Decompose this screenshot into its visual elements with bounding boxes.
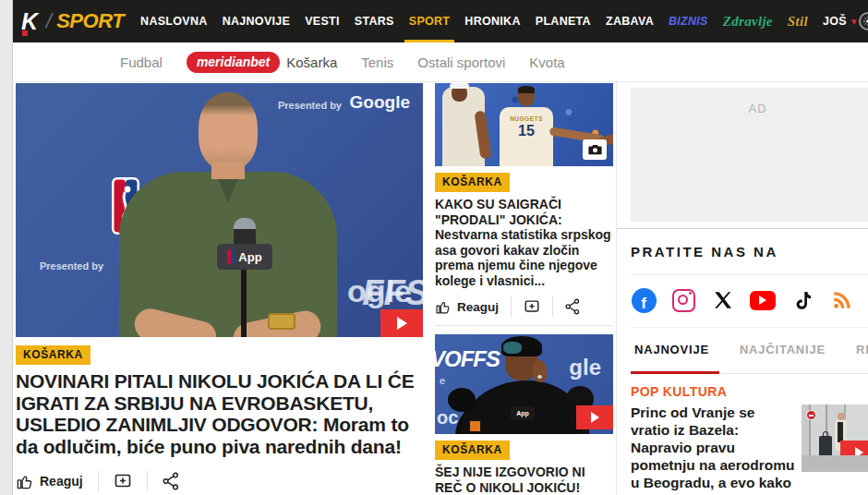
sidebar-tabs: NAJNOVIJE NAJČITANIJE REAKCIJE — [634, 343, 868, 356]
nav-item-jos[interactable]: JOŠ▼ — [823, 0, 859, 42]
top-nav-items: NASLOVNA NAJNOVIJE VESTI STARS SPORT HRO… — [140, 0, 859, 42]
subnav-tenis[interactable]: Tenis — [361, 54, 393, 70]
video-play-badge[interactable] — [380, 309, 423, 337]
page: K / SPORT NASLOVNA NAJNOVIJE VESTI STARS… — [12, 0, 868, 495]
rss-icon[interactable] — [829, 287, 855, 313]
thumb-up-icon — [16, 473, 33, 490]
category-badge[interactable]: KOŠARKA — [435, 441, 510, 460]
logo-sport: SPORT — [56, 9, 124, 33]
logo-k: K — [21, 8, 40, 35]
nav-item-zabava[interactable]: ZABAVA — [606, 0, 654, 42]
subnav-kvota[interactable]: Kvota — [529, 54, 564, 70]
sidebar-article-headline[interactable]: Princ od Vranje se vratio iz Bazela: Nap… — [631, 404, 797, 495]
image-text: FFS — [362, 273, 423, 313]
video-play-badge — [840, 441, 868, 465]
subnav-fudbal[interactable]: Fudbal — [120, 54, 163, 70]
instagram-icon[interactable] — [670, 287, 696, 313]
nav-item-sport-active[interactable]: SPORT — [409, 0, 451, 42]
top-nav-actions — [859, 10, 868, 32]
share-button[interactable] — [565, 298, 580, 315]
article-3-headline[interactable]: ŠEJ NIJE IZGOVORIO NI REČ O NIKOLI JOKIĆ… — [435, 465, 613, 495]
tab-reakcije[interactable]: REAKCIJE — [856, 343, 868, 356]
active-tab-underline — [631, 371, 719, 374]
article-2-headline[interactable]: KAKO SU SAIGRAČI "PRODALI" JOKIĆA: Nestv… — [435, 197, 613, 288]
category-badge[interactable]: KOŠARKA — [435, 173, 510, 192]
nav-item-vesti[interactable]: VESTI — [305, 0, 340, 42]
nav-item-biznis[interactable]: BIZNIS — [669, 0, 708, 42]
main-article-image[interactable]: Presented by Google PLAY ogle FFS Presen… — [16, 83, 423, 337]
sun-icon — [861, 14, 868, 29]
follow-heading: PRATITE NAS NA — [631, 244, 778, 260]
top-nav: K / SPORT NASLOVNA NAJNOVIJE VESTI STARS… — [13, 0, 868, 42]
comment-icon — [524, 298, 540, 315]
nav-item-zdravlje[interactable]: Zdravlje — [723, 0, 773, 42]
nav-item-naslovna[interactable]: NASLOVNA — [140, 0, 208, 42]
nav-item-najnovije[interactable]: NAJNOVIJE — [223, 0, 291, 42]
article-2-actions: Reaguj — [435, 296, 613, 317]
social-links: f — [631, 285, 868, 315]
image-text: Presented by — [278, 100, 342, 111]
divider — [435, 325, 613, 326]
nav-item-stil[interactable]: Stil — [788, 0, 808, 42]
meridianbet-sponsor-badge[interactable]: meridianbet — [187, 52, 280, 73]
ad-label: AD — [748, 102, 766, 115]
nba-app-mic-flag: App — [217, 244, 272, 270]
main-article: Presented by Google PLAY ogle FFS Presen… — [16, 83, 423, 491]
nav-item-hronika[interactable]: HRONIKA — [464, 0, 520, 42]
comments-button[interactable] — [114, 472, 132, 490]
nav-item-stars[interactable]: STARS — [355, 0, 394, 42]
middle-column: NUGGETS 15 KOŠARKA KAKO SU SAIGRAČI "PRO… — [435, 83, 613, 495]
chevron-down-icon: ▼ — [850, 17, 859, 27]
section-label-pop-kultura[interactable]: POP KULTURA — [631, 384, 727, 399]
article-3-image[interactable]: VOFFS e gle oc App — [435, 334, 613, 434]
react-button[interactable]: Reaguj — [435, 299, 499, 315]
logo-slash: / — [43, 9, 54, 33]
main-article-headline[interactable]: NOVINARI PITALI NIKOLU JOKIĆA DA LI ĆE I… — [16, 370, 422, 457]
tab-najnovije[interactable]: NAJNOVIJE — [634, 343, 709, 356]
comments-button[interactable] — [524, 298, 540, 315]
facebook-icon[interactable]: f — [631, 287, 657, 313]
play-icon — [591, 412, 599, 423]
tab-najcitanije[interactable]: NAJČITANIJE — [740, 343, 826, 356]
share-button[interactable] — [163, 472, 179, 490]
content: Presented by Google PLAY ogle FFS Presen… — [13, 81, 868, 495]
sidebar-article-thumbnail[interactable] — [802, 404, 868, 472]
main-article-actions: Reaguj — [16, 471, 423, 491]
sport-subnav: Fudbal meridianbet Košarka Tenis Ostali … — [13, 42, 868, 82]
kurir-sport-logo[interactable]: K / SPORT — [21, 8, 124, 35]
image-text: Google — [350, 92, 410, 113]
play-icon — [397, 317, 407, 330]
divider — [631, 274, 868, 275]
article-2-image[interactable]: NUGGETS 15 — [435, 83, 613, 166]
image-text: e — [440, 375, 445, 386]
subnav-kosarka[interactable]: Košarka — [286, 54, 337, 70]
nba-app-mic-flag: App — [511, 406, 535, 420]
image-text: Presented by — [40, 260, 103, 272]
subnav-ostali-sportovi[interactable]: Ostali sportovi — [417, 54, 505, 70]
category-badge[interactable]: KOŠARKA — [16, 345, 90, 365]
youtube-icon[interactable] — [750, 287, 776, 313]
x-twitter-icon[interactable] — [710, 287, 736, 313]
react-button[interactable]: Reaguj — [16, 473, 83, 490]
thumb-up-icon — [435, 299, 451, 315]
share-icon — [163, 472, 179, 490]
video-play-badge[interactable] — [576, 405, 613, 429]
image-text: VOFFS — [435, 346, 500, 372]
sidebar: AD PRATITE NAS NA f — [616, 81, 868, 495]
tiktok-icon[interactable] — [790, 287, 815, 313]
play-icon — [855, 447, 863, 458]
image-text: gle — [569, 355, 601, 380]
divider — [617, 228, 868, 229]
camera-icon — [588, 144, 602, 155]
ad-slot: AD — [631, 88, 868, 222]
nav-item-planeta[interactable]: PLANETA — [536, 0, 591, 42]
share-icon — [565, 298, 580, 315]
comment-icon — [114, 472, 132, 490]
photo-gallery-badge — [583, 139, 607, 160]
divider — [631, 327, 868, 328]
dark-mode-toggle[interactable] — [859, 12, 868, 30]
